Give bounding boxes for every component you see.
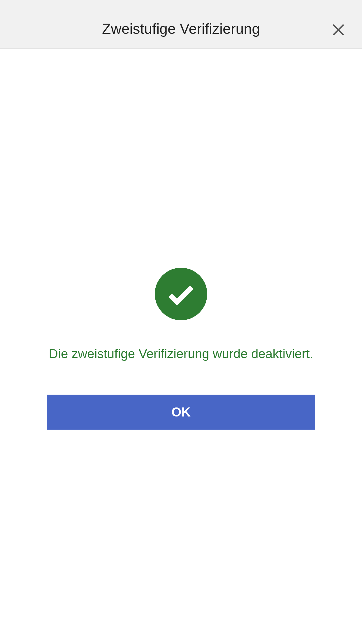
success-indicator — [155, 268, 207, 320]
close-button[interactable] — [331, 22, 346, 37]
checkmark-icon — [165, 278, 197, 310]
close-icon — [331, 23, 345, 37]
modal-title: Zweistufige Verifizierung — [102, 20, 260, 37]
status-message: Die zweistufige Verifizierung wurde deak… — [49, 346, 313, 361]
ok-button[interactable]: OK — [47, 395, 315, 430]
modal-content: Die zweistufige Verifizierung wurde deak… — [0, 49, 362, 430]
modal-header: Zweistufige Verifizierung — [0, 0, 362, 49]
